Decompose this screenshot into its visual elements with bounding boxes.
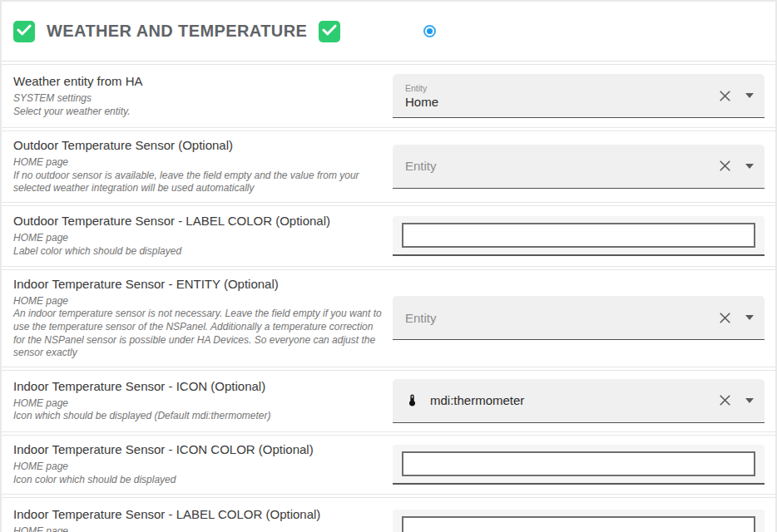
chevron-down-icon[interactable]	[745, 398, 754, 403]
setting-field-area	[393, 510, 765, 532]
setting-scope: HOME page	[13, 295, 383, 308]
setting-field-area: Entity	[393, 296, 765, 340]
select-floating-label: Entity	[405, 83, 438, 93]
setting-description: Select your weather entity.	[13, 106, 383, 119]
color-input[interactable]	[402, 516, 755, 532]
setting-row: Indoor Temperature Sensor - ENTITY (Opti…	[2, 269, 775, 367]
setting-field-area: mdi:thermometer	[393, 379, 765, 423]
setting-row: Weather entity from HA SYSTEM settings S…	[2, 64, 775, 128]
select-placeholder: Entity	[405, 311, 437, 325]
setting-title: Indoor Temperature Sensor - ICON (Option…	[13, 379, 383, 393]
section-secondary-checkbox[interactable]	[319, 21, 340, 42]
setting-info: Weather entity from HA SYSTEM settings S…	[2, 74, 393, 118]
setting-row: Indoor Temperature Sensor - LABEL COLOR …	[2, 497, 775, 532]
select-controls	[719, 312, 754, 324]
check-icon	[17, 24, 32, 39]
setting-field-area	[393, 445, 765, 485]
setting-info: Indoor Temperature Sensor - LABEL COLOR …	[2, 507, 393, 532]
chevron-down-icon[interactable]	[745, 93, 754, 98]
select-controls	[719, 90, 754, 102]
chevron-down-icon[interactable]	[745, 315, 754, 320]
section-header: WEATHER AND TEMPERATURE	[2, 2, 775, 62]
setting-info: Indoor Temperature Sensor - ICON COLOR (…	[2, 442, 393, 486]
setting-scope: HOME page	[13, 525, 383, 532]
chevron-down-icon[interactable]	[745, 164, 754, 169]
section-title: WEATHER AND TEMPERATURE	[47, 22, 307, 41]
setting-field-area	[393, 216, 765, 256]
entity-select-field[interactable]: Entity	[393, 296, 765, 340]
setting-scope: HOME page	[13, 397, 383, 411]
setting-scope: HOME page	[13, 232, 383, 245]
select-value-area: EntityHome	[405, 83, 719, 109]
setting-info: Outdoor Temperature Sensor - LABEL COLOR…	[2, 214, 393, 258]
setting-row: Outdoor Temperature Sensor - LABEL COLOR…	[2, 205, 775, 267]
thermometer-icon	[405, 392, 419, 408]
select-selected-value: Home	[405, 95, 438, 109]
setting-description: Icon which should be displayed (Default …	[13, 410, 383, 423]
setting-row: Outdoor Temperature Sensor (Optional) HO…	[2, 131, 775, 203]
check-icon	[322, 24, 337, 39]
setting-info: Indoor Temperature Sensor - ENTITY (Opti…	[2, 277, 393, 360]
entity-select-field[interactable]: Entity	[393, 145, 765, 189]
color-input-field	[393, 216, 765, 256]
select-controls	[719, 160, 754, 172]
x-icon[interactable]	[719, 394, 731, 406]
select-value-area: mdi:thermometer	[405, 392, 719, 408]
setting-title: Indoor Temperature Sensor - ICON COLOR (…	[13, 442, 383, 456]
select-label-value: EntityHome	[405, 83, 438, 109]
select-controls	[719, 394, 754, 406]
color-input-field	[393, 510, 765, 532]
setting-field-area: EntityHome	[393, 74, 765, 118]
settings-list: Weather entity from HA SYSTEM settings S…	[2, 64, 775, 532]
setting-row: Indoor Temperature Sensor - ICON (Option…	[2, 370, 775, 432]
setting-description: Label color which should be displayed	[13, 245, 383, 259]
entity-select-field[interactable]: mdi:thermometer	[393, 379, 765, 423]
setting-title: Outdoor Temperature Sensor - LABEL COLOR…	[13, 214, 383, 228]
radio-selected-icon[interactable]	[423, 25, 436, 37]
entity-select-field[interactable]: EntityHome	[393, 74, 765, 118]
select-placeholder: Entity	[405, 159, 437, 173]
select-value-area: Entity	[405, 311, 719, 325]
settings-page: WEATHER AND TEMPERATURE Weather entity f…	[0, 0, 777, 532]
setting-description: If no outdoor sensor is available, leave…	[13, 170, 383, 195]
x-icon[interactable]	[719, 312, 731, 324]
select-value-area: Entity	[405, 159, 719, 173]
setting-scope: SYSTEM settings	[13, 92, 383, 106]
setting-title: Outdoor Temperature Sensor (Optional)	[13, 138, 383, 152]
setting-scope: HOME page	[13, 461, 383, 474]
setting-title: Indoor Temperature Sensor - ENTITY (Opti…	[13, 277, 383, 291]
setting-info: Outdoor Temperature Sensor (Optional) HO…	[2, 138, 393, 195]
x-icon[interactable]	[719, 160, 731, 172]
setting-row: Indoor Temperature Sensor - ICON COLOR (…	[2, 435, 775, 495]
setting-scope: HOME page	[13, 156, 383, 170]
color-input[interactable]	[402, 451, 755, 476]
setting-description: Icon color which should be displayed	[13, 474, 383, 487]
setting-info: Indoor Temperature Sensor - ICON (Option…	[2, 379, 393, 423]
setting-description: An indoor temperature sensor is not nece…	[13, 308, 383, 359]
section-enabled-checkbox[interactable]	[13, 21, 35, 42]
setting-field-area: Entity	[393, 145, 765, 189]
x-icon[interactable]	[719, 90, 731, 102]
setting-title: Weather entity from HA	[13, 74, 383, 88]
select-selected-value: mdi:thermometer	[430, 393, 524, 407]
setting-title: Indoor Temperature Sensor - LABEL COLOR …	[13, 507, 383, 521]
color-input[interactable]	[402, 223, 755, 248]
color-input-field	[393, 445, 765, 485]
